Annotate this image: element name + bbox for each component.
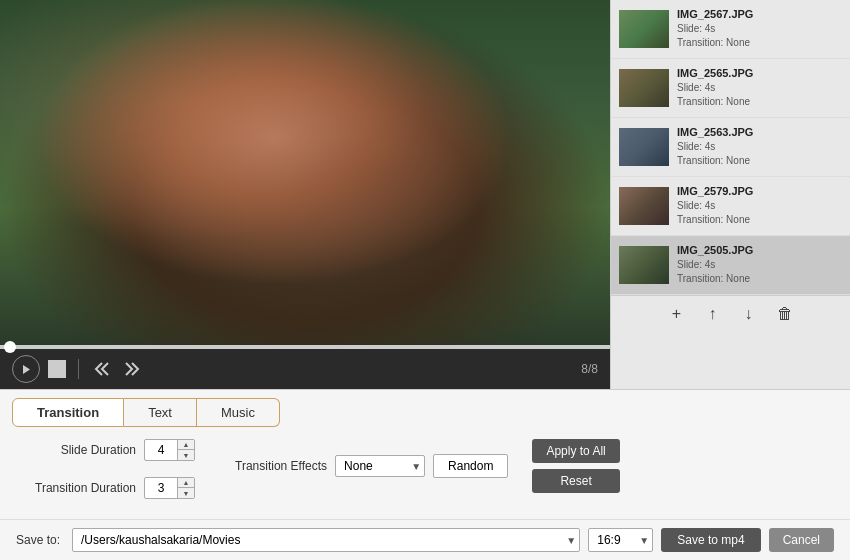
slide-duration-text: Slide: 4sTransition: None [677, 22, 842, 50]
action-buttons: Apply to All Reset [532, 439, 619, 493]
transition-duration-row: Transition Duration ▲ ▼ [16, 477, 195, 499]
play-button[interactable] [12, 355, 40, 383]
slide-name: IMG_2579.JPG [677, 185, 842, 197]
transition-duration-arrows: ▲ ▼ [177, 478, 194, 498]
controls-bar: 8/8 [0, 349, 610, 389]
svg-marker-0 [23, 365, 30, 374]
slide-duration-text: Slide: 4sTransition: None [677, 199, 842, 227]
slide-thumb-image [619, 128, 669, 166]
slide-thumb [619, 128, 669, 166]
ratio-select[interactable]: 16:9 4:3 1:1 9:16 [588, 528, 653, 552]
slide-duration-text: Slide: 4sTransition: None [677, 140, 842, 168]
slide-thumb-image [619, 246, 669, 284]
slide-name: IMG_2505.JPG [677, 244, 842, 256]
progress-bar[interactable] [0, 345, 610, 349]
progress-thumb[interactable] [4, 341, 16, 353]
transition-effects-label: Transition Effects [235, 459, 327, 473]
cancel-button[interactable]: Cancel [769, 528, 834, 552]
slide-item[interactable]: IMG_2579.JPG Slide: 4sTransition: None [611, 177, 850, 236]
add-slide-button[interactable]: + [665, 302, 689, 326]
transition-duration-down[interactable]: ▼ [178, 488, 194, 498]
tab-music[interactable]: Music [197, 398, 280, 427]
slide-duration-up[interactable]: ▲ [178, 440, 194, 450]
controls-divider [78, 359, 79, 379]
slide-info: IMG_2505.JPG Slide: 4sTransition: None [677, 244, 842, 286]
slide-item[interactable]: IMG_2565.JPG Slide: 4sTransition: None [611, 59, 850, 118]
video-frame [0, 0, 610, 345]
path-input[interactable] [72, 528, 580, 552]
slide-thumb-image [619, 10, 669, 48]
slides-list: IMG_2567.JPG Slide: 4sTransition: None I… [611, 0, 850, 295]
slide-duration-row: Slide Duration ▲ ▼ [16, 439, 195, 461]
tab-text[interactable]: Text [124, 398, 197, 427]
slide-info: IMG_2565.JPG Slide: 4sTransition: None [677, 67, 842, 109]
ratio-select-wrapper: 16:9 4:3 1:1 9:16 ▼ [588, 528, 653, 552]
save-bar: Save to: ▼ 16:9 4:3 1:1 9:16 ▼ Save to m… [0, 519, 850, 560]
tab-content-transition: Slide Duration ▲ ▼ Transition Duration [0, 427, 850, 519]
main-area: 8/8 IMG_2567.JPG Slide: 4sTransition: No… [0, 0, 850, 389]
move-up-button[interactable]: ↑ [701, 302, 725, 326]
video-placeholder [0, 0, 610, 345]
progress-fill [0, 345, 610, 349]
slide-info: IMG_2563.JPG Slide: 4sTransition: None [677, 126, 842, 168]
time-display: 8/8 [581, 362, 598, 376]
slide-duration-text: Slide: 4sTransition: None [677, 258, 842, 286]
rewind-icon[interactable] [91, 358, 113, 380]
transition-duration-field[interactable] [145, 479, 177, 497]
tabs-row: Transition Text Music [0, 390, 850, 427]
effects-select[interactable]: None Fade Slide Zoom Flip [335, 455, 425, 477]
right-settings: Transition Effects None Fade Slide Zoom … [235, 439, 620, 493]
slide-thumb-image [619, 69, 669, 107]
bottom-panel: Transition Text Music Slide Duration ▲ ▼ [0, 389, 850, 519]
transition-duration-label: Transition Duration [16, 481, 136, 495]
slide-thumb [619, 187, 669, 225]
slide-duration-down[interactable]: ▼ [178, 450, 194, 460]
apply-to-all-button[interactable]: Apply to All [532, 439, 619, 463]
slide-info: IMG_2579.JPG Slide: 4sTransition: None [677, 185, 842, 227]
settings-group: Slide Duration ▲ ▼ Transition Duration [16, 439, 834, 507]
slide-item[interactable]: IMG_2505.JPG Slide: 4sTransition: None [611, 236, 850, 295]
transition-duration-input[interactable]: ▲ ▼ [144, 477, 195, 499]
forward-icon[interactable] [121, 358, 143, 380]
slides-controls: + ↑ ↓ 🗑 [611, 295, 850, 332]
slide-info: IMG_2567.JPG Slide: 4sTransition: None [677, 8, 842, 50]
slide-name: IMG_2565.JPG [677, 67, 842, 79]
slide-duration-field[interactable] [145, 441, 177, 459]
path-input-wrapper: ▼ [72, 528, 580, 552]
slide-thumb-image [619, 187, 669, 225]
slide-duration-label: Slide Duration [16, 443, 136, 457]
reset-button[interactable]: Reset [532, 469, 619, 493]
save-to-label: Save to: [16, 533, 60, 547]
delete-slide-button[interactable]: 🗑 [773, 302, 797, 326]
save-to-mp4-button[interactable]: Save to mp4 [661, 528, 760, 552]
transition-duration-up[interactable]: ▲ [178, 478, 194, 488]
random-button[interactable]: Random [433, 454, 508, 478]
effects-select-wrapper: None Fade Slide Zoom Flip ▼ [335, 455, 425, 477]
left-settings: Slide Duration ▲ ▼ Transition Duration [16, 439, 195, 507]
tab-transition[interactable]: Transition [12, 398, 124, 427]
slide-name: IMG_2567.JPG [677, 8, 842, 20]
slide-thumb [619, 69, 669, 107]
slide-item[interactable]: IMG_2563.JPG Slide: 4sTransition: None [611, 118, 850, 177]
stop-button[interactable] [48, 360, 66, 378]
move-down-button[interactable]: ↓ [737, 302, 761, 326]
slide-thumb [619, 10, 669, 48]
slide-item[interactable]: IMG_2567.JPG Slide: 4sTransition: None [611, 0, 850, 59]
video-container [0, 0, 610, 345]
player-section: 8/8 [0, 0, 610, 389]
slide-thumb [619, 246, 669, 284]
slide-duration-arrows: ▲ ▼ [177, 440, 194, 460]
slide-name: IMG_2563.JPG [677, 126, 842, 138]
slides-panel: IMG_2567.JPG Slide: 4sTransition: None I… [610, 0, 850, 389]
slide-duration-input[interactable]: ▲ ▼ [144, 439, 195, 461]
slide-duration-text: Slide: 4sTransition: None [677, 81, 842, 109]
